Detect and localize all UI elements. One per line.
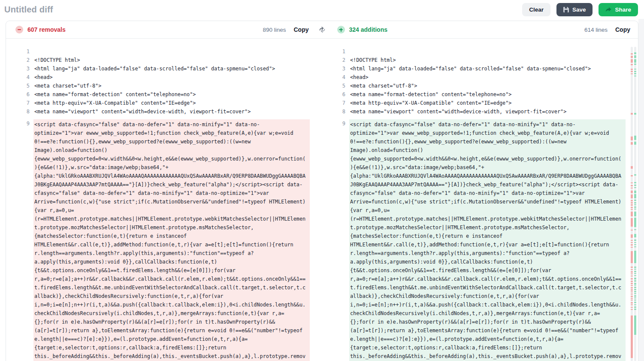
right-copy-button[interactable]: Copy <box>615 26 630 33</box>
code-row: 2<!DOCTYPE html> <box>322 56 638 64</box>
code-line: <meta charset="utf-8"> <box>350 82 625 90</box>
removals-count: 607 removals <box>27 26 66 33</box>
code-row: 7<meta http-equiv="X-UA-Compatible" cont… <box>6 99 322 107</box>
diff-minimap[interactable] <box>631 47 636 361</box>
minimap-addition-mark <box>634 271 636 272</box>
minimap-addition-mark <box>634 185 636 186</box>
minimap-removal-mark <box>631 291 633 292</box>
minimap-removals-track[interactable] <box>631 47 633 361</box>
minimap-removal-mark <box>631 294 633 294</box>
line-number: 6 <box>322 90 350 99</box>
minimap-removal-mark <box>631 204 633 205</box>
page-scrollbar[interactable] <box>638 19 644 361</box>
minimap-removal-mark <box>631 285 633 286</box>
share-arrow-icon <box>605 7 611 12</box>
line-number: 2 <box>322 56 350 64</box>
minimap-removal-mark <box>631 271 633 273</box>
line-number: 8 <box>322 107 350 116</box>
minimap-addition-mark <box>634 278 636 279</box>
minimap-removal-mark <box>631 283 633 284</box>
minimap-removal-mark <box>631 166 633 169</box>
minimap-removal-mark <box>631 113 633 115</box>
code-row: 7<meta http-equiv="X-UA-Compatible" cont… <box>322 99 638 107</box>
line-number: 6 <box>6 90 34 99</box>
minimap-removal-mark <box>631 300 633 300</box>
code-row: 8<meta name="viewport" content="width=de… <box>322 107 638 116</box>
minimap-addition-mark <box>634 267 636 268</box>
minimap-addition-mark <box>634 283 636 284</box>
minimap-removal-mark <box>631 182 633 183</box>
minimap-removal-mark <box>631 298 633 299</box>
minus-circle-icon <box>15 26 23 33</box>
minimap-addition-mark <box>634 251 636 263</box>
line-number: 8 <box>6 107 34 116</box>
code-row: 2<!DOCTYPE html> <box>6 56 322 64</box>
code-row: 6<meta name="format-detection" content="… <box>322 90 638 99</box>
minimap-addition-mark <box>634 300 636 300</box>
minimap-addition-mark <box>634 64 636 65</box>
minimap-additions-track[interactable] <box>634 47 636 361</box>
minimap-removal-mark <box>631 188 633 188</box>
minimap-addition-mark <box>634 212 636 217</box>
minimap-addition-mark <box>634 187 636 188</box>
left-copy-button[interactable]: Copy <box>294 26 309 33</box>
minimap-addition-mark <box>634 234 636 237</box>
minimap-removal-mark <box>631 289 633 291</box>
minimap-addition-mark <box>634 275 636 276</box>
minimap-addition-mark <box>634 293 636 294</box>
code-line: <meta name="format-detection" content="t… <box>350 90 625 99</box>
code-row: 4<head> <box>6 73 322 82</box>
code-line: <meta http-equiv="X-UA-Compatible" conte… <box>350 99 625 107</box>
minimap-removal-mark <box>631 304 633 305</box>
minimap-addition-mark <box>634 287 636 288</box>
minimap-addition-mark <box>634 240 636 240</box>
page-title[interactable]: Untitled diff <box>4 5 53 15</box>
minimap-addition-mark <box>634 273 636 274</box>
code-row: 1 <box>322 47 638 56</box>
minimap-addition-mark <box>634 289 636 290</box>
share-button[interactable]: Share <box>599 3 638 16</box>
code-row: 3<html lang="ja" data-loaded="false" dat… <box>322 64 638 73</box>
minimap-addition-mark <box>634 71 636 72</box>
code-row: 1 <box>6 47 322 56</box>
line-number: 5 <box>6 82 34 90</box>
code-line: <html lang="ja" data-loaded="false" data… <box>350 64 625 73</box>
minimap-removal-mark <box>631 56 633 58</box>
minimap-addition-mark <box>634 309 636 309</box>
minimap-removal-mark <box>631 307 633 308</box>
minimap-removal-mark <box>631 296 633 297</box>
minimap-addition-mark <box>634 295 636 297</box>
line-number: 3 <box>322 64 350 73</box>
minimap-removal-mark <box>631 242 633 243</box>
minimap-removal-mark <box>631 240 633 241</box>
minimap-addition-mark <box>634 59 636 63</box>
minimap-addition-mark <box>634 306 636 307</box>
save-button[interactable]: Save <box>556 3 593 16</box>
minimap-removal-mark <box>631 59 633 63</box>
code-line: <meta name="format-detection" content="t… <box>34 90 309 99</box>
code-line: <html lang="ja" data-loaded="false" data… <box>34 64 309 73</box>
added-code-block: <script data-cfasync="false" data-no-def… <box>349 119 626 361</box>
minimap-removal-mark <box>631 137 633 141</box>
minimap-removal-mark <box>631 281 633 282</box>
line-number: 1 <box>6 47 34 56</box>
code-row: 8<meta name="viewport" content="width=de… <box>6 107 322 116</box>
minimap-addition-mark <box>634 204 636 205</box>
minimap-removal-mark <box>631 142 633 145</box>
minimap-removal-mark <box>631 247 633 248</box>
code-line <box>350 47 625 56</box>
code-line: <meta charset="utf-8"> <box>34 82 309 90</box>
minimap-addition-mark <box>634 229 636 230</box>
minimap-addition-mark <box>634 291 636 292</box>
minimap-addition-mark <box>634 52 636 54</box>
minimap-addition-mark <box>634 136 636 140</box>
minimap-removal-mark <box>631 302 633 303</box>
line-number: 7 <box>322 99 350 107</box>
line-number: 9 <box>322 119 350 361</box>
swap-panes-button[interactable] <box>317 25 327 35</box>
minimap-removal-mark <box>631 273 633 274</box>
clear-button[interactable]: Clear <box>522 3 550 16</box>
minimap-removal-mark <box>631 212 633 216</box>
left-lines-count: 890 lines <box>263 27 286 33</box>
minimap-removal-mark <box>631 278 633 280</box>
